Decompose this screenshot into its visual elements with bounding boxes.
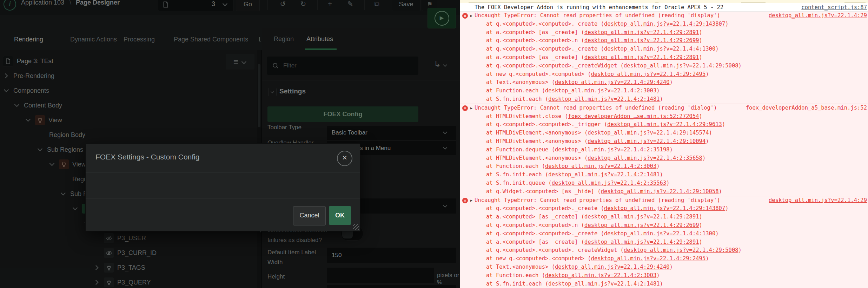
clipped-text-fragment — [844, 1, 866, 2]
paren: ) — [656, 163, 660, 169]
stack-location-link[interactable]: desktop_all.min.js?v=22.1.4:29:2699 — [584, 222, 699, 228]
stack-frame: at q.<computed>.<computed>.n ( — [486, 222, 584, 228]
stack-location-link[interactable]: desktop_all.min.js?v=22.1.4:2:3003 — [545, 163, 656, 169]
stack-location-link[interactable]: desktop_all.min.js?v=22.1.4:29:9613 — [607, 121, 722, 127]
stack-location-link[interactable]: desktop_all.min.js?v=22.1.4:29:5008 — [624, 247, 738, 253]
stack-location-link[interactable]: desktop_all.min.js?v=22.1.4:29:143807 — [604, 205, 725, 211]
stack-location-link[interactable]: desktop_all.min.js?v=22.1.4:29:2891 — [584, 239, 699, 245]
stack-location-link[interactable]: desktop_all.min.js?v=22.1.4:2:35658 — [588, 155, 702, 161]
page-designer-window: i Application 103 \ Page Designer Go ↺ ↻… — [0, 0, 460, 288]
paren: ) — [699, 239, 702, 245]
error-source-link[interactable]: foex_developerAddon_a5_base.min.js:52 — [746, 104, 867, 112]
clipped-warning-row — [460, 0, 868, 3]
stack-location-link[interactable]: desktop_all.min.js?v=22.1.4:29:2891 — [584, 29, 699, 35]
error-icon: × — [462, 13, 468, 19]
stack-location-link[interactable]: desktop_all.min.js?v=22.1.4:29:2891 — [584, 54, 699, 60]
screen: i Application 103 \ Page Designer Go ↺ ↻… — [0, 0, 868, 288]
console-log-row: The FOEX Developer Addon is running with… — [460, 3, 868, 12]
log-message: The FOEX Developer Addon is running with… — [475, 4, 723, 11]
stack-location-link[interactable]: desktop_all.min.js?v=22.1.4:2:35198 — [555, 146, 670, 153]
stack-location-link[interactable]: desktop_all.min.js?v=22.1.4:29:2495 — [591, 255, 706, 262]
error-message: Uncaught TypeError: Cannot read properti… — [475, 197, 720, 203]
cancel-button[interactable]: Cancel — [293, 206, 326, 225]
ok-button[interactable]: OK — [329, 206, 351, 225]
stack-location-link[interactable]: desktop_all.min.js?v=22.1.4:29:4240 — [555, 264, 670, 270]
clipped-text-fragment — [655, 1, 658, 2]
paren: ) — [725, 205, 728, 211]
paren: ) — [705, 138, 709, 144]
foex-settings-dialog: FOEX Settings - Custom Config × Cancel O… — [85, 143, 360, 231]
stack-frame: at new q.<computed>.<computed> ( — [486, 71, 591, 77]
paren: ) — [699, 37, 702, 44]
stack-location-link[interactable]: desktop_all.min.js?v=22.1.4:29:143807 — [604, 21, 725, 27]
stack-frame: at Text.<anonymous> ( — [486, 79, 555, 85]
stack-location-link[interactable]: desktop_all.min.js?v=22.1.4:29:2891 — [584, 214, 699, 220]
paren: ) — [670, 79, 673, 85]
stack-frame: at S.fn.init.queue ( — [486, 180, 552, 186]
paren: ) — [660, 281, 663, 287]
stack-location-link[interactable]: desktop_all.min.js?v=22.1.4:2:1481 — [548, 96, 660, 102]
error-source-link[interactable]: desktop_all.min.js?v=22.1.4:29 — [769, 196, 867, 205]
paren: ) — [719, 188, 722, 195]
stack-frame: at HTMLDivElement.<anonymous> ( — [486, 130, 588, 136]
disclosure-triangle-icon[interactable]: ▶ — [470, 104, 472, 112]
error-source-link[interactable]: desktop_all.min.js?v=22.1.4:29 — [769, 12, 867, 20]
stack-frame: at Function.each ( — [486, 272, 545, 279]
stack-frame: at q.<computed>.<computed>.n ( — [486, 37, 584, 44]
dialog-close-icon[interactable]: × — [337, 151, 352, 166]
paren: ) — [738, 63, 742, 69]
paren: ) — [656, 87, 660, 94]
disclosure-triangle-icon[interactable]: ▶ — [470, 196, 472, 205]
paren: ) — [660, 171, 663, 178]
stack-frame: at a.<computed> [as _create] ( — [486, 54, 584, 60]
stack-location-link[interactable]: desktop_all.min.js?v=22.1.4:2:3003 — [545, 272, 656, 279]
stack-location-link[interactable]: desktop_all.min.js?v=22.1.4:29:2699 — [584, 37, 699, 44]
console-error-row: × ▶ Uncaught TypeError: Cannot read prop… — [460, 104, 868, 196]
stack-frame: at a.<computed> [as _create] ( — [486, 239, 584, 245]
stack-location-link[interactable]: desktop_all.min.js?v=22.1.4:29:10058 — [601, 188, 719, 195]
paren: ) — [670, 264, 673, 270]
stack-frame: at HTMLDivElement.<anonymous> ( — [486, 138, 588, 144]
stack-frame: at Function.each ( — [486, 163, 545, 169]
stack-location-link[interactable]: desktop_all.min.js?v=22.1.4:4:1300 — [604, 230, 715, 237]
stack-location-link[interactable]: desktop_all.min.js?v=22.1.4:2:1481 — [548, 171, 660, 178]
stack-location-link[interactable]: desktop_all.min.js?v=22.1.4:29:4240 — [555, 79, 670, 85]
stack-location-link[interactable]: desktop_all.min.js?v=22.1.4:2:35563 — [552, 180, 667, 186]
stack-frame: at q.Widget.<computed> [as _hide] ( — [486, 188, 601, 195]
paren: ) — [715, 46, 718, 52]
stack-frame: at Text.<anonymous> ( — [486, 264, 555, 270]
stack-location-link[interactable]: foex_developerAddon_…se.min.js:52:272054 — [568, 113, 699, 119]
paren: ) — [699, 54, 702, 60]
paren: ) — [725, 21, 728, 27]
stack-frame: at a.<computed> [as _create] ( — [486, 29, 584, 35]
stack-location-link[interactable]: desktop_all.min.js?v=22.1.4:29:5008 — [624, 63, 738, 69]
paren: ) — [699, 113, 702, 119]
divider — [86, 198, 360, 198]
stack-location-link[interactable]: desktop_all.min.js?v=22.1.4:29:145574 — [588, 130, 709, 136]
stack-location-link[interactable]: desktop_all.min.js?v=22.1.4:29:10094 — [588, 138, 705, 144]
stack-frame: at q.<computed>.<computed>._create ( — [486, 230, 604, 237]
disclosure-triangle-icon[interactable]: ▶ — [470, 12, 472, 20]
stack-location-link[interactable]: desktop_all.min.js?v=22.1.4:29:2495 — [591, 71, 706, 77]
stack-frame: at Function.each ( — [486, 87, 545, 94]
paren: ) — [656, 272, 660, 279]
stack-frame: at q.<computed>.<computed>._createWidget… — [486, 63, 624, 69]
paren: ) — [702, 155, 705, 161]
paren: ) — [709, 130, 712, 136]
clipped-text-fragment — [469, 1, 549, 2]
dialog-resize-handle[interactable] — [353, 224, 359, 230]
dialog-title: FOEX Settings - Custom Config — [95, 153, 199, 161]
stack-frame: at q.<computed>.<computed>._create ( — [486, 46, 604, 52]
stack-location-link[interactable]: desktop_all.min.js?v=22.1.4:4:1300 — [604, 46, 715, 52]
stack-frame: at S.fn.init.each ( — [486, 171, 548, 178]
console-error-row: × ▶ Uncaught TypeError: Cannot read prop… — [460, 196, 868, 288]
paren: ) — [660, 96, 663, 102]
log-source-link[interactable]: content_script.js:87 — [801, 4, 867, 11]
stack-location-link[interactable]: desktop_all.min.js?v=22.1.4:2:3003 — [545, 87, 656, 94]
stack-frame: at HTMLDivElement.close ( — [486, 113, 568, 119]
devtools-console: The FOEX Developer Addon is running with… — [460, 0, 868, 288]
stack-frame: at Function.dequeue ( — [486, 146, 555, 153]
stack-frame: at q.<computed>.<computed>._create ( — [486, 21, 604, 27]
stack-location-link[interactable]: desktop_all.min.js?v=22.1.4:2:1481 — [548, 281, 660, 287]
paren: ) — [705, 255, 709, 262]
